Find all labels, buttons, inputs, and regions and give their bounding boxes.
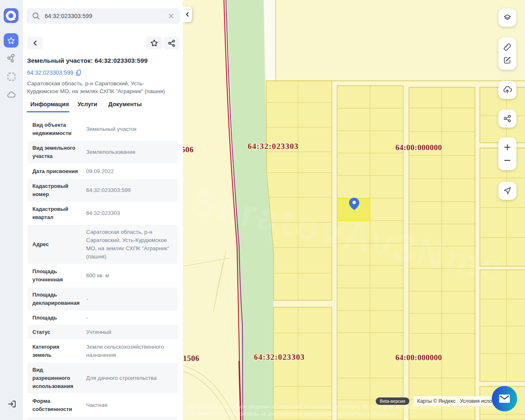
svg-text:1506: 1506 <box>183 354 199 363</box>
svg-text:506: 506 <box>183 145 194 154</box>
svg-text:64:32:023303: 64:32:023303 <box>248 142 299 151</box>
svg-text:64:00:000000: 64:00:000000 <box>395 143 442 152</box>
svg-text:64:32:023303: 64:32:023303 <box>254 353 305 361</box>
svg-text:64:00:000000: 64:00:000000 <box>395 353 442 362</box>
